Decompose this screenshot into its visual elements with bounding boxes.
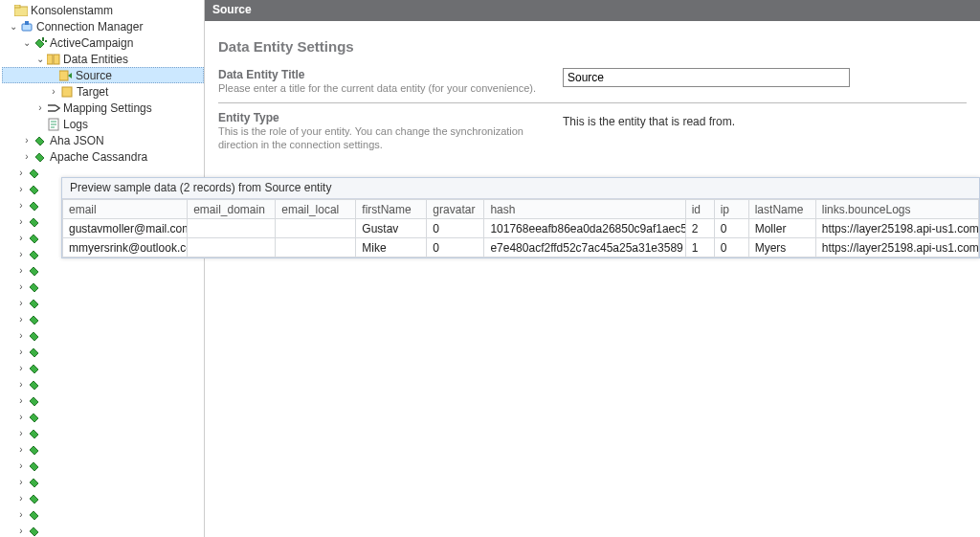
plug-icon bbox=[27, 280, 42, 295]
col-id[interactable]: id bbox=[685, 200, 714, 219]
chevron-right-icon[interactable]: › bbox=[15, 363, 27, 373]
tree-item-collapsed[interactable]: › bbox=[2, 409, 204, 425]
cell: 101768eeafb86ea0da26850c9af1aec5 bbox=[484, 219, 685, 238]
entity-role-text: This is the entity that is read from. bbox=[563, 111, 735, 128]
tree-item-collapsed[interactable]: › bbox=[2, 279, 204, 295]
chevron-right-icon[interactable]: › bbox=[15, 347, 27, 357]
table-row[interactable]: mmyersrink@outlook.com Mike 0 e7e480acf2… bbox=[63, 238, 979, 257]
tree-mapping[interactable]: › Mapping Settings bbox=[2, 100, 204, 116]
tree-source[interactable]: Source bbox=[2, 67, 204, 83]
plug-icon bbox=[27, 410, 42, 425]
tree-root[interactable]: Konsolenstamm bbox=[2, 2, 204, 18]
col-hash[interactable]: hash bbox=[484, 200, 685, 219]
tree-item-collapsed[interactable]: › bbox=[2, 441, 204, 458]
plug-icon bbox=[27, 182, 42, 197]
tree-item-collapsed[interactable]: › bbox=[2, 360, 204, 376]
tree-item-collapsed[interactable]: › bbox=[2, 376, 204, 392]
chevron-right-icon[interactable]: › bbox=[21, 151, 33, 162]
tree-conn-mgr[interactable]: ⌄ Connection Manager bbox=[2, 18, 204, 34]
chevron-right-icon[interactable]: › bbox=[15, 249, 27, 259]
chevron-right-icon[interactable]: › bbox=[34, 102, 46, 113]
chevron-right-icon[interactable]: › bbox=[15, 460, 27, 471]
chevron-right-icon[interactable]: › bbox=[15, 298, 27, 308]
col-gravatar[interactable]: gravatar bbox=[427, 200, 484, 219]
tree-aha[interactable]: › Aha JSON bbox=[2, 132, 204, 148]
plug-icon bbox=[27, 442, 42, 458]
col-email-domain[interactable]: email_domain bbox=[188, 200, 276, 219]
chevron-down-icon[interactable]: ⌄ bbox=[34, 54, 46, 64]
tree-target[interactable]: › Target bbox=[2, 83, 204, 100]
tree-data-entities[interactable]: ⌄ Data Entities bbox=[2, 51, 204, 67]
tree-item-collapsed[interactable]: › bbox=[2, 458, 204, 474]
col-email-local[interactable]: email_local bbox=[276, 200, 356, 219]
plug-icon bbox=[27, 507, 42, 523]
chevron-right-icon[interactable]: › bbox=[15, 509, 27, 520]
chevron-down-icon[interactable]: ⌄ bbox=[8, 21, 19, 32]
col-links[interactable]: links.bounceLogs bbox=[815, 200, 978, 219]
plug-icon bbox=[27, 231, 42, 246]
chevron-right-icon[interactable]: › bbox=[15, 444, 27, 455]
col-lastname[interactable]: lastName bbox=[748, 200, 815, 219]
chevron-right-icon[interactable]: › bbox=[15, 428, 27, 438]
tree-item-collapsed[interactable]: › bbox=[2, 392, 204, 409]
svg-rect-9 bbox=[62, 87, 72, 97]
tree-item-collapsed[interactable]: › bbox=[2, 311, 204, 327]
plug-icon bbox=[27, 166, 42, 181]
col-email[interactable]: email bbox=[63, 200, 188, 219]
chevron-right-icon[interactable]: › bbox=[48, 86, 59, 97]
plug-icon bbox=[33, 149, 48, 165]
target-entity-icon bbox=[59, 84, 75, 100]
table-row[interactable]: gustavmoller@mail.com Gustav 0 101768eea… bbox=[63, 219, 979, 238]
cell: 1 bbox=[685, 238, 714, 257]
folder-icon bbox=[13, 3, 29, 18]
chevron-right-icon[interactable]: › bbox=[15, 412, 27, 422]
tree-item-collapsed[interactable]: › bbox=[2, 474, 204, 490]
chevron-right-icon[interactable]: › bbox=[15, 216, 27, 227]
plug-icon bbox=[27, 524, 42, 538]
connection-icon bbox=[19, 19, 34, 34]
chevron-right-icon[interactable]: › bbox=[15, 526, 27, 536]
tree-item-collapsed[interactable]: › bbox=[2, 490, 204, 506]
tree-item-collapsed[interactable]: › bbox=[2, 262, 204, 279]
title-field-desc: Please enter a title for the current dat… bbox=[218, 81, 544, 95]
cell: Mike bbox=[356, 238, 427, 257]
chevron-right-icon[interactable]: › bbox=[15, 477, 27, 487]
svg-rect-1 bbox=[14, 5, 20, 8]
cell bbox=[276, 238, 356, 257]
chevron-down-icon[interactable]: ⌄ bbox=[21, 37, 33, 48]
chevron-right-icon[interactable]: › bbox=[15, 395, 27, 406]
tree-item-collapsed[interactable]: › bbox=[2, 506, 204, 523]
svg-rect-6 bbox=[47, 55, 53, 64]
col-ip[interactable]: ip bbox=[714, 200, 748, 219]
tree-item-collapsed[interactable]: › bbox=[2, 295, 204, 311]
cell: 0 bbox=[427, 238, 484, 257]
entities-icon bbox=[46, 52, 61, 67]
tree-item-collapsed[interactable]: › bbox=[2, 344, 204, 360]
tree-item-collapsed[interactable]: › bbox=[2, 425, 204, 441]
chevron-right-icon[interactable]: › bbox=[15, 200, 27, 211]
chevron-right-icon[interactable]: › bbox=[15, 233, 27, 243]
col-firstname[interactable]: firstName bbox=[356, 200, 427, 219]
tree-activecampaign[interactable]: ⌄ ActiveCampaign bbox=[2, 34, 204, 51]
chevron-right-icon[interactable]: › bbox=[15, 493, 27, 503]
entity-title-input[interactable] bbox=[563, 68, 850, 87]
chevron-right-icon[interactable]: › bbox=[15, 281, 27, 292]
chevron-right-icon[interactable]: › bbox=[15, 265, 27, 276]
chevron-right-icon[interactable]: › bbox=[15, 379, 27, 390]
chevron-right-icon[interactable]: › bbox=[15, 314, 27, 324]
tree-item-collapsed[interactable]: › bbox=[2, 327, 204, 344]
chevron-right-icon[interactable]: › bbox=[15, 184, 27, 194]
chevron-right-icon[interactable]: › bbox=[15, 330, 27, 341]
cell: Myers bbox=[748, 238, 815, 257]
chevron-right-icon[interactable]: › bbox=[15, 168, 27, 178]
cell bbox=[188, 219, 276, 238]
tree-cassandra[interactable]: › Apache Cassandra bbox=[2, 148, 204, 165]
svg-rect-3 bbox=[25, 21, 29, 25]
plug-icon bbox=[27, 377, 42, 392]
cell: Gustav bbox=[356, 219, 427, 238]
chevron-right-icon[interactable]: › bbox=[21, 135, 33, 145]
tree-item-collapsed[interactable]: › bbox=[2, 523, 204, 537]
plug-icon bbox=[27, 475, 42, 490]
preview-header: Preview sample data (2 records) from Sou… bbox=[62, 178, 979, 199]
tree-logs[interactable]: Logs bbox=[2, 116, 204, 132]
